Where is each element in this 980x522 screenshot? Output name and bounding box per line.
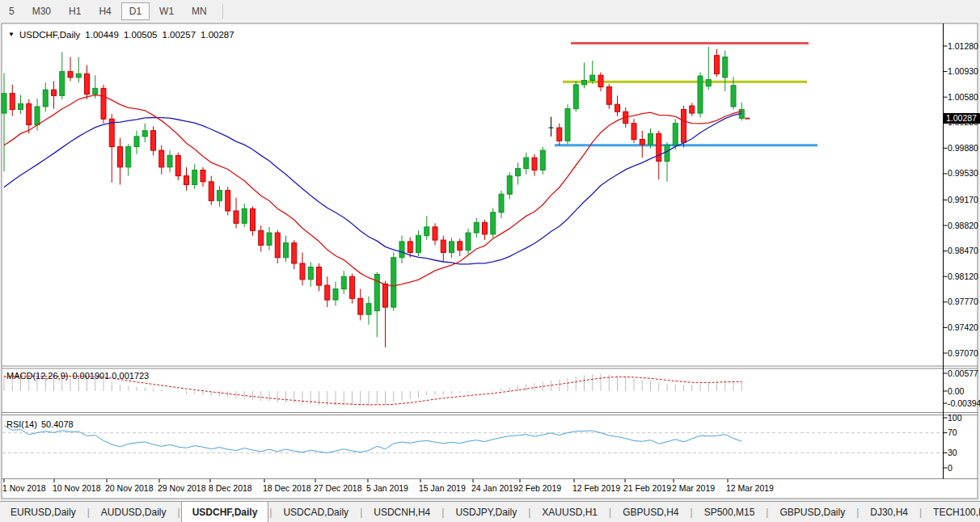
candle-body (466, 233, 471, 250)
date-tick-label: 21 Feb 2019 (623, 483, 671, 493)
macd-indicator-label: MACD(12,26,9) 0.001901 0.001723 (6, 371, 149, 381)
date-tick-label: 5 Jan 2019 (366, 483, 408, 493)
candle-body (93, 88, 98, 94)
candle-body (192, 170, 197, 184)
chart-open-value: 1.00449 (85, 30, 119, 40)
candle-body (184, 176, 189, 185)
tab-usdjpy-daily[interactable]: USDJPY,Daily (445, 502, 527, 522)
tab-eurusd-daily[interactable]: EURUSD,Daily (0, 502, 87, 522)
date-tick-label: 12 Feb 2019 (572, 483, 620, 493)
candle-body (201, 170, 205, 181)
candle-body (317, 267, 322, 285)
candle-body (2, 94, 6, 113)
candle-body (433, 227, 437, 240)
candle-body (491, 213, 496, 234)
candle-body (85, 74, 90, 94)
chart-low-value: 1.00257 (162, 30, 196, 40)
candle-body (175, 155, 180, 175)
tab-usdcnh-h4[interactable]: USDCNH,H4 (363, 502, 441, 522)
tab-sp500-m15[interactable]: SP500,M15 (694, 502, 766, 522)
candle-body (234, 211, 239, 223)
candle-body (416, 236, 421, 253)
candle-body (665, 145, 670, 162)
price-tick-label: 1.00580 (948, 92, 978, 102)
price-tick-label: 0.98120 (948, 272, 978, 281)
candle-body (565, 109, 570, 141)
candle-body (27, 103, 32, 124)
rsi-indicator-label: RSI(14) 50.4078 (6, 419, 74, 429)
price-tick-label: 0.97770 (948, 297, 978, 306)
macd-tick-label: 0.00577 (948, 368, 978, 378)
tab-dj30-h4[interactable]: DJ30,H4 (860, 502, 919, 522)
candle-body (648, 133, 653, 145)
candle-body (458, 242, 463, 250)
date-tick-label: 1 Nov 2018 (2, 483, 46, 493)
price-tick-label: 0.99170 (948, 195, 978, 204)
tab-tech100-h1[interactable]: TECH100,H1 (923, 502, 980, 522)
price-tick-label: 0.98820 (948, 221, 978, 230)
date-tick-label: 10 Nov 2018 (53, 483, 101, 493)
chart-window-frame (2, 23, 978, 499)
candle-body (284, 243, 289, 258)
candle-body (682, 110, 686, 143)
candle-body (723, 57, 728, 78)
candle-body (606, 87, 611, 105)
candle-body (557, 128, 562, 141)
price-tick-label: 0.99880 (948, 143, 978, 153)
candle-body (391, 258, 396, 307)
candle-body (308, 267, 313, 279)
candle-body (218, 191, 222, 201)
price-tick-label: 0.98470 (948, 246, 978, 255)
candle-body (101, 88, 106, 119)
candle-body (142, 131, 147, 137)
candle-body (582, 80, 587, 84)
rsi-name: RSI(14) (6, 419, 37, 429)
candle-body (690, 106, 695, 113)
candle-body (333, 289, 338, 301)
price-tick-label: 1.00930 (948, 66, 978, 76)
candle-body (292, 243, 297, 263)
tab-xauusd-h1[interactable]: XAUUSD,H1 (531, 502, 608, 522)
rsi-tick-label: 70 (948, 427, 957, 437)
candle-body (573, 85, 578, 109)
tab-gbpusd-h4[interactable]: GBPUSD,H4 (612, 502, 689, 522)
candle-body (731, 86, 736, 107)
tab-audusd-daily[interactable]: AUDUSD,Daily (91, 502, 177, 522)
symbol-tabbar: EURUSD,Daily|AUDUSD,Daily|USDCHF,Daily|U… (0, 501, 980, 522)
price-tick-label: 1.01280 (948, 41, 978, 51)
date-tick-label: 18 Dec 2018 (263, 483, 311, 493)
candle-body (350, 276, 355, 298)
candle-body (60, 72, 65, 96)
date-tick-label: 29 Nov 2018 (158, 483, 206, 493)
candle-body (715, 56, 720, 74)
candle-body (68, 72, 73, 78)
tab-usdchf-daily[interactable]: USDCHF,Daily (181, 501, 269, 522)
date-tick-label: 24 Jan 2019 (471, 483, 518, 493)
candle-body (126, 147, 131, 167)
tab-gbpusd-daily[interactable]: GBPUSD,Daily (769, 502, 855, 522)
candle-body (267, 233, 272, 245)
price-tick-label: 0.99530 (948, 168, 978, 178)
macd-tick-label: 0.00 (948, 386, 965, 396)
candle-body (532, 158, 537, 170)
candle-body (507, 176, 512, 195)
macd-name: MACD(12,26,9) (6, 371, 68, 381)
chart-canvas[interactable]: 1.012801.009301.005801.002300.998800.995… (0, 0, 980, 501)
candle-body (499, 194, 504, 213)
candle-body (134, 137, 139, 147)
candle-body (341, 276, 346, 288)
candle-body (35, 107, 40, 125)
candle-body (159, 150, 164, 167)
macd-tick-label: -0.003944 (948, 398, 980, 408)
mt4-window: { "toolbar": { "timeframes": [ {"label":… (0, 0, 980, 522)
chart-dropdown-icon[interactable]: ▼ (8, 31, 15, 38)
date-tick-label: 2 Mar 2019 (672, 483, 715, 493)
rsi-value: 50.4078 (41, 419, 74, 429)
candle-body (275, 233, 280, 258)
candle-body (52, 90, 57, 95)
rsi-tick-label: 30 (948, 448, 957, 457)
rsi-tick-label: 0 (948, 463, 953, 473)
candle-body (706, 80, 711, 86)
candle-body (657, 133, 661, 161)
tab-usdcad-daily[interactable]: USDCAD,Daily (272, 502, 359, 522)
